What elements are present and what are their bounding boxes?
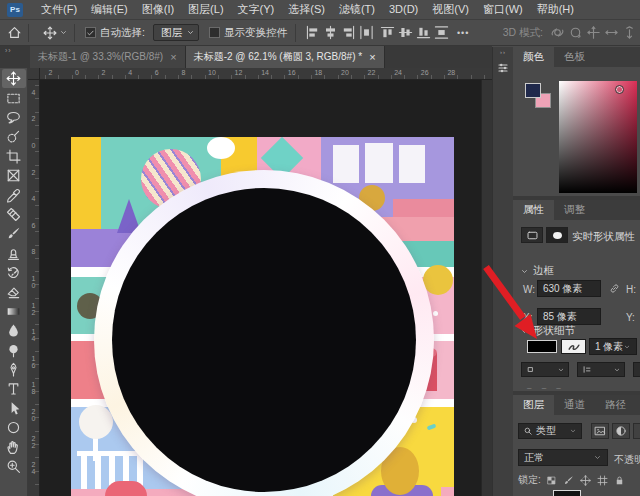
menu-item-5[interactable]: 选择(S) bbox=[281, 0, 332, 19]
document-canvas[interactable] bbox=[71, 137, 454, 496]
menu-item-8[interactable]: 视图(V) bbox=[425, 0, 476, 19]
photoshop-logo[interactable]: Ps bbox=[7, 3, 23, 17]
shape-stroke-swatch[interactable] bbox=[561, 339, 586, 354]
dodge-tool[interactable] bbox=[2, 340, 26, 359]
layers-tab-2[interactable]: 路径 bbox=[595, 395, 636, 415]
dock-expand-icon[interactable]: ›› bbox=[500, 49, 506, 55]
align-center-horizontal-icon[interactable] bbox=[322, 24, 339, 42]
lock-pixels-icon[interactable] bbox=[563, 475, 574, 486]
shape-fill-swatch[interactable] bbox=[527, 340, 557, 353]
color-picker-marker[interactable] bbox=[615, 85, 624, 94]
stroke-width-field[interactable]: 1 像素 bbox=[589, 338, 637, 355]
lock-position-icon[interactable] bbox=[580, 475, 591, 486]
stroke-type-dropdown[interactable] bbox=[521, 362, 569, 377]
canvas-scrollbar[interactable] bbox=[481, 80, 492, 496]
marquee-tool[interactable] bbox=[2, 88, 26, 107]
crop-tool[interactable] bbox=[2, 147, 26, 166]
close-tab-icon[interactable]: × bbox=[369, 52, 375, 63]
layers-tab-0[interactable]: 图层 bbox=[513, 395, 554, 415]
close-tab-icon[interactable]: × bbox=[170, 52, 176, 63]
more-align-options-button[interactable]: ••• bbox=[457, 28, 469, 38]
align-top-icon[interactable] bbox=[379, 24, 396, 42]
move-tool-preset[interactable] bbox=[43, 26, 68, 40]
lock-artboard-icon[interactable] bbox=[597, 475, 608, 486]
filter-type-layers-icon[interactable] bbox=[633, 423, 640, 439]
move-tool[interactable] bbox=[2, 69, 26, 88]
color-tab-1[interactable]: 色板 bbox=[554, 47, 595, 67]
panel-collapse-icon[interactable]: ›› bbox=[0, 46, 30, 68]
scale-3d-icon[interactable] bbox=[621, 24, 638, 42]
stamp-tool[interactable] bbox=[2, 244, 26, 263]
menu-item-3[interactable]: 图层(L) bbox=[181, 0, 230, 19]
layer-thumbnail[interactable] bbox=[553, 490, 581, 496]
blur-tool[interactable] bbox=[2, 321, 26, 340]
transform-section-header[interactable]: 边框 bbox=[520, 264, 554, 278]
menu-item-9[interactable]: 窗口(W) bbox=[476, 0, 530, 19]
stroke-cap-dropdown[interactable] bbox=[633, 362, 640, 377]
history-brush-tool[interactable] bbox=[2, 263, 26, 282]
foreground-color-swatch[interactable] bbox=[525, 83, 541, 98]
gradient-tool[interactable] bbox=[2, 302, 26, 321]
eyedropper-tool[interactable] bbox=[2, 185, 26, 204]
properties-tab-0[interactable]: 属性 bbox=[513, 200, 554, 220]
healing-tool[interactable] bbox=[2, 205, 26, 224]
orbit-3d-icon[interactable] bbox=[549, 24, 566, 42]
color-tab-0[interactable]: 颜色 bbox=[513, 47, 554, 67]
shape-details-section-header[interactable]: 形状细节 bbox=[520, 324, 575, 338]
zoom-tool[interactable] bbox=[2, 457, 26, 476]
show-transform-checkbox[interactable]: 显示变换控件 bbox=[209, 26, 287, 40]
height-label: H: bbox=[626, 284, 636, 295]
menu-item-0[interactable]: 文件(F) bbox=[34, 0, 84, 19]
menu-item-6[interactable]: 滤镜(T) bbox=[332, 0, 382, 19]
home-icon[interactable] bbox=[7, 25, 22, 40]
distribute-vertical-icon[interactable] bbox=[433, 24, 450, 42]
live-shape-ellipse-icon[interactable] bbox=[546, 227, 568, 243]
lock-all-icon[interactable] bbox=[614, 475, 625, 486]
quick-select-tool[interactable] bbox=[2, 127, 26, 146]
type-tool[interactable] bbox=[2, 379, 26, 398]
auto-select-checkbox[interactable]: 自动选择: bbox=[85, 26, 145, 40]
lock-transparency-icon[interactable] bbox=[546, 475, 557, 486]
stroke-align-dropdown[interactable] bbox=[577, 362, 625, 377]
width-field[interactable]: 630 像素 bbox=[537, 280, 601, 297]
frame-tool[interactable] bbox=[2, 166, 26, 185]
ellipse-shape-layer[interactable] bbox=[112, 188, 416, 492]
menu-item-4[interactable]: 文字(Y) bbox=[231, 0, 282, 19]
pan-3d-icon[interactable] bbox=[585, 24, 602, 42]
auto-select-target-dropdown[interactable]: 图层 bbox=[153, 24, 199, 41]
vertical-ruler[interactable]: 42024681012141618202224 bbox=[28, 80, 40, 496]
brush-tool[interactable] bbox=[2, 224, 26, 243]
filter-pixel-layers-icon[interactable] bbox=[591, 423, 609, 439]
align-right-icon[interactable] bbox=[340, 24, 357, 42]
document-tab-0[interactable]: 未标题-1 @ 33.3%(RGB/8#)× bbox=[30, 46, 186, 68]
collapsed-color-panel-icon[interactable] bbox=[495, 60, 511, 76]
menu-item-2[interactable]: 图像(I) bbox=[135, 0, 181, 19]
lasso-tool[interactable] bbox=[2, 108, 26, 127]
filter-adjustment-layers-icon[interactable] bbox=[612, 423, 630, 439]
eraser-tool[interactable] bbox=[2, 282, 26, 301]
menu-item-10[interactable]: 帮助(H) bbox=[530, 0, 581, 19]
shape-tool[interactable] bbox=[2, 418, 26, 437]
ruler-origin-corner[interactable] bbox=[28, 68, 40, 80]
align-left-icon[interactable] bbox=[304, 24, 321, 42]
layer-filter-dropdown[interactable]: 类型 bbox=[518, 423, 582, 439]
horizontal-ruler[interactable]: 20246810121416182022242628 bbox=[40, 68, 492, 80]
x-field[interactable]: 85 像素 bbox=[537, 308, 601, 325]
slide-3d-icon[interactable] bbox=[603, 24, 620, 42]
align-middle-vertical-icon[interactable] bbox=[397, 24, 414, 42]
blend-mode-dropdown[interactable]: 正常 bbox=[518, 449, 608, 466]
link-dimensions-icon[interactable] bbox=[608, 282, 621, 295]
menu-item-7[interactable]: 3D(D) bbox=[382, 0, 425, 19]
pen-tool[interactable] bbox=[2, 360, 26, 379]
menu-item-1[interactable]: 编辑(E) bbox=[84, 0, 135, 19]
live-shape-rect-icon[interactable] bbox=[521, 227, 543, 243]
path-select-tool[interactable] bbox=[2, 399, 26, 418]
properties-tab-1[interactable]: 调整 bbox=[554, 200, 595, 220]
hand-tool[interactable] bbox=[2, 437, 26, 456]
distribute-horizontal-icon[interactable] bbox=[358, 24, 375, 42]
document-tab-1[interactable]: 未标题-2 @ 62.1% (椭圆 3, RGB/8#) *× bbox=[186, 46, 385, 68]
color-picker-gradient[interactable] bbox=[559, 81, 637, 193]
roll-3d-icon[interactable] bbox=[567, 24, 584, 42]
align-bottom-icon[interactable] bbox=[415, 24, 432, 42]
layers-tab-1[interactable]: 通道 bbox=[554, 395, 595, 415]
